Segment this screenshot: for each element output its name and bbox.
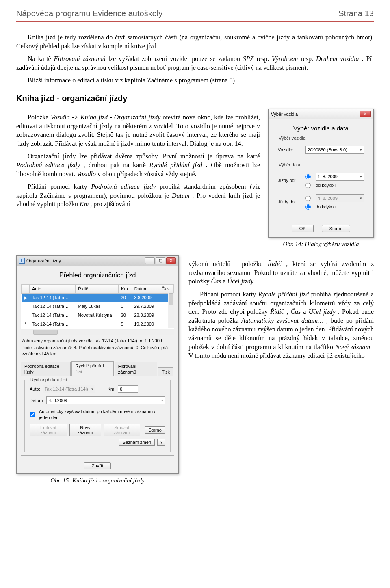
datum-picker[interactable]: 4. 8.2009 ▾ [46, 396, 165, 404]
col-header[interactable]: Čas [159, 284, 173, 293]
text-run: resp. [301, 55, 316, 62]
to-date-combo[interactable]: 4. 8. 2009 ▾ [316, 194, 364, 202]
window-heading: Přehled organizačních jízd [17, 266, 178, 284]
section-heading: Kniha jízd - organizační jízdy [16, 93, 374, 104]
radio-to-any[interactable] [306, 204, 311, 210]
chevron-down-icon: ▾ [161, 398, 163, 403]
body-paragraph: Bližší informace o editaci a tisku viz k… [16, 76, 374, 85]
col-header[interactable]: Km [119, 284, 132, 293]
table-row[interactable]: Tak 12-14 (Tatra…Novotná Kristýna2022.3.… [22, 311, 174, 320]
text-italic: Řidič [268, 260, 282, 267]
radio-from-date[interactable] [306, 174, 311, 179]
text-run: Přidání pomocí karty [28, 183, 91, 190]
delete-record-button[interactable]: Smazat záznam [104, 424, 140, 436]
km-label: Km: [108, 386, 116, 392]
checkbox-label: Automaticky zvyšovat datum po každém nov… [39, 409, 165, 421]
table-cell: Tak 12-14 (Tatra… [30, 320, 76, 329]
minimize-icon[interactable]: — [145, 257, 155, 264]
to-label: Jízdy do: [278, 199, 301, 205]
tab-print[interactable]: Tisk [158, 368, 173, 376]
text-run: Přidání pomocí karty [200, 291, 258, 298]
radio-label: do kdykoli [316, 204, 336, 210]
ok-button[interactable]: OK [292, 225, 314, 232]
table-row[interactable]: Tak 12-14 (Tatra…Malý Lukáš029.7.2009 [22, 302, 174, 311]
text-italic: Čas [211, 278, 221, 285]
new-record-button[interactable]: Nový záznam [69, 424, 101, 436]
figure-caption: Obr. 15: Kniha jízd - organizační jízdy [16, 476, 179, 484]
auto-increment-checkbox[interactable] [30, 412, 35, 417]
tab-detailed-edit[interactable]: Podrobná editace jízdy [21, 362, 71, 377]
vertical-scrollbar[interactable] [168, 293, 174, 328]
combo-value: 1. 8. 2009 [318, 174, 338, 180]
table-cell: Malý Lukáš [76, 302, 119, 311]
cancel-button[interactable]: Storno [322, 225, 350, 232]
body-paragraph: Organizační jízdy lze přidávat dvěma způ… [16, 152, 260, 178]
body-paragraph: Položka Vozidla -> Kniha jízd - Organiza… [16, 113, 260, 148]
text-italic: Vozidlo [77, 171, 96, 177]
group-vehicle: Výběr vozidla Vozidlo: 2C90850 (Bmw 3.0)… [273, 138, 369, 162]
horizontal-scrollbar[interactable] [21, 329, 174, 335]
table-row[interactable]: *Tak 12-14 (Tatra…519.2.2009 [22, 320, 174, 329]
table-cell: 19.2.2009 [132, 320, 159, 329]
chevron-down-icon: ▾ [360, 174, 362, 179]
text-run: Organizační jízdy lze přidávat dvěma způ… [28, 153, 260, 160]
changes-button[interactable]: Seznam změn [119, 439, 155, 446]
radio-from-any[interactable] [306, 183, 311, 188]
page-header: Nápověda programu Evidence autoškoly Str… [16, 8, 374, 22]
radio-label: od kdykoli [316, 182, 336, 188]
edit-record-button[interactable]: Editovat záznam [30, 424, 67, 436]
body-paragraph: Kniha jízd je tedy rozdělena do čtyř sam… [16, 33, 374, 50]
group-legend: Výběr data [277, 162, 302, 168]
text-italic: Řidič [270, 308, 284, 315]
text-run: , [286, 308, 290, 315]
text-italic: Podrobná editace jízdy [91, 183, 156, 190]
storno-button[interactable]: Storno [145, 426, 165, 434]
tab-filter[interactable]: Filtrování záznamů [115, 362, 158, 377]
text-italic: SPZ [243, 55, 254, 62]
text-run: , pro zjišťování [90, 201, 130, 208]
text-run: a [223, 278, 227, 285]
page-number: Strana 13 [338, 8, 374, 19]
combo-value: Tak 12-14 (Tatra 114i) [45, 386, 88, 392]
group-legend: Rychlé přidání jízd [29, 377, 69, 383]
tab-quick-add[interactable]: Rychlé přidání jízd [72, 361, 113, 377]
group-date: Výběr data Jízdy od: 1. 8. 2009 ▾ [273, 165, 369, 218]
table-cell: 5 [119, 320, 132, 329]
radio-to-date[interactable] [306, 196, 311, 201]
window-title: Organizační jízdy [26, 258, 61, 264]
text-italic: Nový záznam [335, 344, 370, 350]
col-header[interactable]: Datum [132, 284, 159, 293]
table-cell: 22.3.2009 [132, 311, 159, 320]
window-org-rides: L Organizační jízdy — ▢ ✕ Přehled organi… [16, 255, 179, 474]
from-date-combo[interactable]: 1. 8. 2009 ▾ [316, 173, 364, 181]
datum-label: Datum: [30, 398, 44, 404]
table-row[interactable]: ▶Tak 12-14 (Tatra…203.8.2009 [22, 293, 174, 302]
text-run: a [303, 308, 308, 315]
km-input[interactable] [118, 385, 138, 393]
text-italic: Druhem vozidla [316, 55, 359, 62]
text-run: výkonů učitelů i položku [188, 260, 268, 267]
group-legend: Výběr vozidla [277, 135, 307, 141]
text-italic: Účel jízdy [228, 278, 254, 285]
text-italic: Automaticky zvyšovat datum… [241, 317, 323, 324]
close-icon[interactable]: ✕ [360, 111, 371, 117]
text-italic: Rychlé přidání jízd [258, 291, 309, 298]
close-button[interactable]: Zavřít [84, 462, 111, 469]
col-header[interactable]: Auto [30, 284, 76, 293]
table-cell: 20 [119, 293, 132, 302]
table-cell: Novotná Kristýna [76, 311, 119, 320]
auto-label: Auto: [30, 386, 40, 392]
maximize-icon[interactable]: ▢ [156, 257, 165, 264]
body-paragraph: Přidání pomocí karty Rychlé přidání jízd… [188, 290, 374, 360]
col-header[interactable]: Řidič [76, 284, 119, 293]
vehicle-combo[interactable]: 2C90850 (Bmw 3.0) ▾ [306, 146, 364, 154]
vehicle-label: Vozidlo: [278, 147, 301, 153]
table-cell: Tak 12-14 (Tatra… [30, 293, 76, 302]
help-button[interactable]: ? [157, 439, 165, 446]
close-icon[interactable]: ✕ [166, 257, 176, 264]
table-cell [76, 320, 119, 329]
dialog-vehicle-select: Výběr vozidla ✕ Výběr vozidla a data Výb… [268, 109, 374, 238]
text-italic: Rychlé přidání jízd [149, 162, 202, 169]
text-italic: Podrobná editace jízdy [16, 162, 80, 169]
rides-table[interactable]: Auto Řidič Km Datum Čas ▶Tak 12-14 (Tatr… [21, 284, 174, 335]
